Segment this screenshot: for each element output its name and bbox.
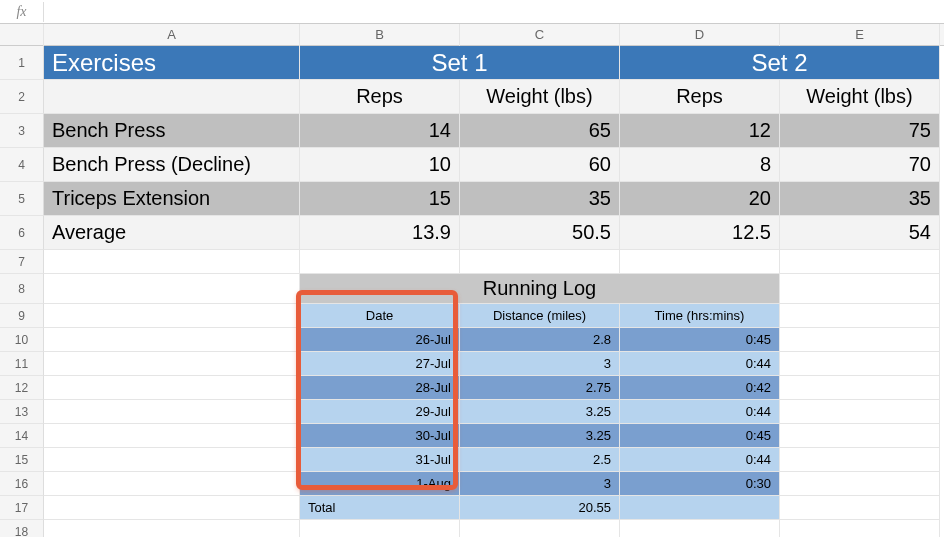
row-header[interactable]: 16 (0, 472, 44, 496)
cell[interactable]: 60 (460, 148, 620, 182)
cell[interactable]: 0:45 (620, 328, 780, 352)
cell[interactable] (780, 304, 940, 328)
row-header[interactable]: 2 (0, 80, 44, 114)
row-header[interactable]: 13 (0, 400, 44, 424)
cell[interactable]: 12.5 (620, 216, 780, 250)
cell[interactable]: 10 (300, 148, 460, 182)
average-label[interactable]: Average (44, 216, 300, 250)
cell[interactable] (780, 328, 940, 352)
cell[interactable] (44, 376, 300, 400)
cell[interactable] (44, 520, 300, 537)
cell[interactable] (780, 376, 940, 400)
weight-header[interactable]: Weight (lbs) (780, 80, 940, 114)
col-header-b[interactable]: B (300, 24, 460, 46)
row-header[interactable]: 7 (0, 250, 44, 274)
cell[interactable]: 0:42 (620, 376, 780, 400)
cell[interactable] (44, 304, 300, 328)
cell[interactable]: 3 (460, 472, 620, 496)
row-header[interactable]: 14 (0, 424, 44, 448)
cell[interactable]: 1-Aug (300, 472, 460, 496)
cell[interactable]: 31-Jul (300, 448, 460, 472)
cell[interactable] (780, 496, 940, 520)
cell[interactable] (44, 328, 300, 352)
cell[interactable]: 0:45 (620, 424, 780, 448)
cell[interactable] (780, 448, 940, 472)
cell[interactable] (780, 400, 940, 424)
col-header-c[interactable]: C (460, 24, 620, 46)
cell[interactable]: 3 (460, 352, 620, 376)
col-header-d[interactable]: D (620, 24, 780, 46)
col-header-e[interactable]: E (780, 24, 940, 46)
cell[interactable] (44, 400, 300, 424)
weight-header[interactable]: Weight (lbs) (460, 80, 620, 114)
cell[interactable] (44, 352, 300, 376)
row-header[interactable]: 3 (0, 114, 44, 148)
total-label[interactable]: Total (300, 496, 460, 520)
cell[interactable]: 2.5 (460, 448, 620, 472)
row-header[interactable]: 8 (0, 274, 44, 304)
row-header[interactable]: 4 (0, 148, 44, 182)
cell[interactable]: 70 (780, 148, 940, 182)
cell[interactable]: 20 (620, 182, 780, 216)
cell[interactable] (780, 274, 940, 304)
total-distance[interactable]: 20.55 (460, 496, 620, 520)
row-header[interactable]: 9 (0, 304, 44, 328)
set2-header[interactable]: Set 2 (620, 46, 940, 80)
cell[interactable]: 29-Jul (300, 400, 460, 424)
cell[interactable] (780, 250, 940, 274)
cell[interactable] (460, 520, 620, 537)
cell[interactable]: 27-Jul (300, 352, 460, 376)
cell[interactable] (44, 250, 300, 274)
cell[interactable] (780, 472, 940, 496)
cell[interactable]: 14 (300, 114, 460, 148)
formula-input[interactable] (44, 0, 944, 23)
cell[interactable] (44, 274, 300, 304)
cell[interactable] (620, 250, 780, 274)
cell[interactable] (780, 424, 940, 448)
cell[interactable]: 8 (620, 148, 780, 182)
running-log-title[interactable]: Running Log (300, 274, 780, 304)
cell[interactable] (780, 520, 940, 537)
cell[interactable] (300, 520, 460, 537)
select-all-corner[interactable] (0, 24, 44, 46)
row-header[interactable]: 10 (0, 328, 44, 352)
cell[interactable]: 0:44 (620, 448, 780, 472)
cell[interactable]: 15 (300, 182, 460, 216)
reps-header[interactable]: Reps (300, 80, 460, 114)
cell[interactable] (44, 424, 300, 448)
cell[interactable]: 0:44 (620, 352, 780, 376)
row-header[interactable]: 15 (0, 448, 44, 472)
cell[interactable] (44, 472, 300, 496)
row-header[interactable]: 6 (0, 216, 44, 250)
cell[interactable]: 12 (620, 114, 780, 148)
row-header[interactable]: 11 (0, 352, 44, 376)
row-header[interactable]: 1 (0, 46, 44, 80)
row-header[interactable]: 17 (0, 496, 44, 520)
row-header[interactable]: 5 (0, 182, 44, 216)
time-header[interactable]: Time (hrs:mins) (620, 304, 780, 328)
row-header[interactable]: 12 (0, 376, 44, 400)
exercise-name[interactable]: Bench Press (44, 114, 300, 148)
cell[interactable]: 0:30 (620, 472, 780, 496)
cell[interactable]: 54 (780, 216, 940, 250)
cell[interactable]: 0:44 (620, 400, 780, 424)
cell[interactable] (300, 250, 460, 274)
cell[interactable]: 35 (780, 182, 940, 216)
cell[interactable]: 28-Jul (300, 376, 460, 400)
col-header-a[interactable]: A (44, 24, 300, 46)
exercise-name[interactable]: Bench Press (Decline) (44, 148, 300, 182)
cell[interactable] (620, 520, 780, 537)
cell[interactable] (44, 80, 300, 114)
cell[interactable]: 2.75 (460, 376, 620, 400)
cell[interactable]: 3.25 (460, 400, 620, 424)
cell[interactable] (780, 352, 940, 376)
exercises-title[interactable]: Exercises (44, 46, 300, 80)
cell[interactable]: 3.25 (460, 424, 620, 448)
reps-header[interactable]: Reps (620, 80, 780, 114)
cell[interactable] (620, 496, 780, 520)
cell[interactable]: 35 (460, 182, 620, 216)
cell[interactable]: 75 (780, 114, 940, 148)
exercise-name[interactable]: Triceps Extension (44, 182, 300, 216)
row-header[interactable]: 18 (0, 520, 44, 537)
cell[interactable] (44, 448, 300, 472)
